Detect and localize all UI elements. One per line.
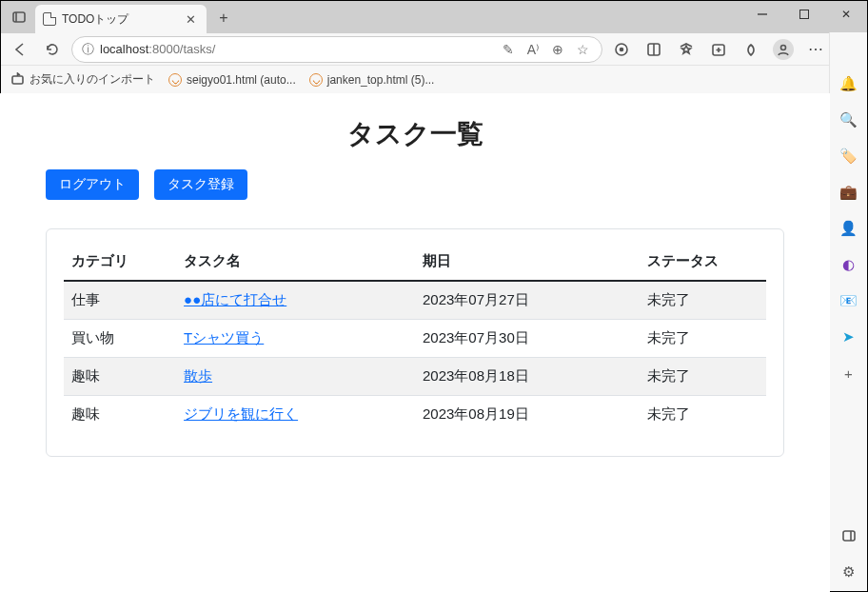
reading-list-icon[interactable] [641,36,667,63]
refresh-button[interactable] [39,36,66,63]
bookmarks-bar: お気に入りのインポート seigyo01.html (auto... janke… [1,66,867,94]
pencil-icon[interactable]: ✎ [499,42,518,57]
col-name: タスク名 [176,243,415,281]
cell-category: 趣味 [64,396,176,434]
window-controls: ✕ [741,1,867,28]
close-button[interactable]: ✕ [825,1,867,28]
url-path: /tasks/ [180,42,216,56]
zoom-icon[interactable]: ⊕ [548,42,567,57]
cell-name: ジブリを観に行く [176,396,415,434]
cell-category: 趣味 [64,358,176,396]
svg-rect-0 [13,12,25,22]
svg-point-11 [781,45,786,49]
task-link[interactable]: 散歩 [184,367,212,384]
table-row: 趣味散歩2023年08月18日未完了 [64,358,766,396]
browser-tab[interactable]: TODOトップ ✕ [35,5,207,33]
task-link[interactable]: Tシャツ買う [184,329,264,345]
close-tab-icon[interactable]: ✕ [183,12,199,27]
cell-status: 未完了 [640,358,766,396]
performance-icon[interactable] [738,36,764,63]
url-host: localhost [100,42,148,56]
hide-sidebar-icon[interactable] [839,526,858,545]
outlook-icon[interactable]: 📧 [839,291,858,310]
cell-due: 2023年07月30日 [415,320,640,358]
tasks-card: カテゴリ タスク名 期日 ステータス 仕事●●店にて打合せ2023年07月27日… [46,228,784,457]
col-category: カテゴリ [64,243,176,281]
bookmark-item[interactable]: janken_top.html (5)... [309,73,435,87]
notifications-icon[interactable]: 🔔 [839,74,858,93]
logout-button[interactable]: ログアウト [46,169,139,200]
settings-icon[interactable]: ⚙ [839,562,858,582]
office-icon[interactable]: ◐ [839,255,858,274]
favicon-icon [309,73,323,87]
new-tab-button[interactable]: + [210,5,237,31]
cell-status: 未完了 [640,320,766,358]
address-bar[interactable]: ⓘ localhost:8000/tasks/ ✎ A⁾ ⊕ ☆ [71,36,602,63]
add-sidebar-icon[interactable]: + [839,364,858,383]
cell-category: 買い物 [64,320,176,358]
games-icon[interactable]: 👤 [839,219,858,238]
search-icon[interactable]: 🔍 [839,110,858,129]
favicon-icon [168,73,182,87]
edge-sidebar: 🔔 🔍 🏷️ 💼 👤 ◐ 📧 ➤ + ⚙ [829,32,867,591]
favorites-icon[interactable] [673,36,700,63]
collections-icon[interactable] [705,36,732,63]
cell-due: 2023年07月27日 [415,281,640,320]
table-row: 仕事●●店にて打合せ2023年07月27日未完了 [64,281,766,320]
table-row: 趣味ジブリを観に行く2023年08月19日未完了 [64,396,766,434]
cell-status: 未完了 [640,281,766,320]
task-link[interactable]: ●●店にて打合せ [184,291,286,307]
browser-toolbar: ⓘ localhost:8000/tasks/ ✎ A⁾ ⊕ ☆ ⋯ b [1,33,867,66]
tab-title: TODOトップ [62,11,177,28]
cell-name: Tシャツ買う [176,320,415,358]
read-aloud-icon[interactable]: A⁾ [523,42,542,57]
page-viewport: タスク一覧 ログアウト タスク登録 カテゴリ タスク名 期日 ステータス 仕事●… [0,93,830,592]
maximize-button[interactable] [783,1,825,28]
extensions-icon[interactable] [608,36,635,63]
table-row: 買い物Tシャツ買う2023年07月30日未完了 [64,320,766,358]
svg-rect-13 [843,531,855,541]
cell-name: ●●店にて打合せ [176,281,415,320]
window-titlebar: TODOトップ ✕ + ✕ [1,1,867,33]
shopping-icon[interactable]: 🏷️ [839,147,858,166]
import-favorites-label: お気に入りのインポート [30,71,155,88]
register-task-button[interactable]: タスク登録 [154,169,247,200]
col-status: ステータス [640,243,766,281]
tools-icon[interactable]: 💼 [839,183,858,202]
tasks-table: カテゴリ タスク名 期日 ステータス 仕事●●店にて打合せ2023年07月27日… [64,243,766,433]
site-info-icon[interactable]: ⓘ [82,41,94,58]
task-link[interactable]: ジブリを観に行く [184,405,298,422]
send-icon[interactable]: ➤ [839,327,858,346]
svg-rect-12 [12,76,23,84]
bookmark-label: seigyo01.html (auto... [187,73,296,87]
back-button[interactable] [7,36,33,63]
page-title: タスク一覧 [46,116,784,152]
svg-point-4 [621,48,623,50]
page-icon [43,12,56,26]
url-port: 8000 [152,42,180,56]
tab-actions-icon[interactable] [7,5,31,30]
profile-avatar[interactable] [770,36,797,63]
cell-status: 未完了 [640,396,766,434]
cell-name: 散歩 [176,358,415,396]
bookmark-label: janken_top.html (5)... [327,73,435,87]
minimize-button[interactable] [741,1,783,28]
cell-due: 2023年08月19日 [415,396,640,434]
page-content: タスク一覧 ログアウト タスク登録 カテゴリ タスク名 期日 ステータス 仕事●… [0,93,830,480]
cell-due: 2023年08月18日 [415,358,640,396]
col-due: 期日 [415,243,640,281]
import-favorites-button[interactable]: お気に入りのインポート [10,71,155,88]
svg-marker-7 [682,46,691,53]
bookmark-item[interactable]: seigyo01.html (auto... [168,73,296,87]
favorite-icon[interactable]: ☆ [573,42,592,57]
more-menu-icon[interactable]: ⋯ [802,36,829,63]
cell-category: 仕事 [64,281,176,320]
